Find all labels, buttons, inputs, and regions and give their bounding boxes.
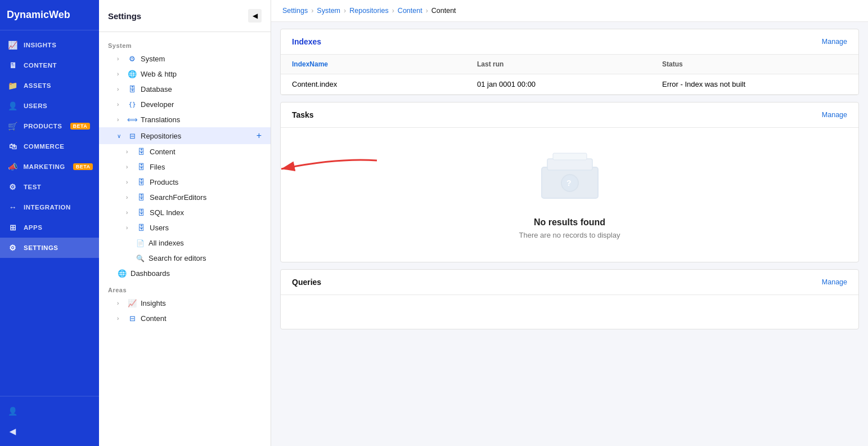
marketing-badge: BETA [73, 163, 93, 170]
chevron-right-icon: › [117, 71, 124, 77]
col-lastrun: Last run [477, 60, 662, 68]
col-indexname: IndexName [292, 60, 477, 68]
left-navigation: DynamicWeb 📈 INSIGHTS 🖥 CONTENT 📁 ASSETS… [0, 0, 99, 446]
content-area-icon: ⊟ [127, 314, 137, 323]
sidebar-item-products-repo[interactable]: › 🗄 Products [99, 175, 271, 190]
folder-icon: 📁 [8, 81, 18, 90]
breadcrumb-sep2: › [344, 7, 346, 15]
nav-item-collapse[interactable]: ◀ [0, 421, 99, 441]
breadcrumb-system[interactable]: System [317, 7, 340, 15]
sidebar-item-label-translations: Translations [141, 115, 262, 124]
tasks-section: Tasks Manage ? No results found There ar… [280, 102, 859, 262]
sidebar-item-content-repo[interactable]: › 🗄 Content [99, 144, 271, 159]
content-scroll-area: Indexes Manage IndexName Last run Status… [271, 22, 868, 446]
sidebar-item-database[interactable]: › 🗄 Database [99, 82, 271, 97]
sidebar-item-label-dashboards: Dashboards [131, 269, 262, 278]
sidebar-item-label-files-repo: Files [150, 163, 262, 171]
searchforeditors-repo-icon: 🗄 [136, 193, 146, 202]
nav-item-marketing[interactable]: 📣 MARKETING BETA [0, 157, 99, 177]
dashboards-icon: 🌐 [117, 269, 127, 278]
insights-area-icon: 📈 [127, 299, 137, 307]
integration-icon: ↔ [8, 203, 18, 212]
sidebar-item-insights-area[interactable]: › 📈 Insights [99, 296, 271, 311]
nav-item-users[interactable]: 👤 USERS [0, 96, 99, 116]
tasks-header: Tasks Manage [281, 102, 858, 128]
indexes-header: Indexes Manage [281, 29, 858, 55]
nav-item-settings[interactable]: ⚙ SETTINGS [0, 238, 99, 258]
no-results-container: ? No results found There are no records … [281, 128, 858, 262]
breadcrumb-repositories[interactable]: Repositories [349, 7, 388, 15]
sidebar-item-system[interactable]: › ⚙ System [99, 51, 271, 66]
sidebar-item-label-system: System [141, 55, 262, 63]
sidebar-item-webhttp[interactable]: › 🌐 Web & http [99, 66, 271, 82]
files-repo-icon: 🗄 [136, 163, 146, 171]
sidebar-item-repositories[interactable]: ∨ ⊟ Repositories + [99, 127, 271, 144]
products-badge: BETA [70, 123, 91, 130]
queries-manage-link[interactable]: Manage [822, 278, 847, 286]
chevron-right-icon: › [126, 225, 133, 231]
dev-icon: {} [127, 101, 137, 108]
sidebar-item-files-repo[interactable]: › 🗄 Files [99, 159, 271, 175]
nav-item-profile[interactable]: 👤 [0, 401, 99, 421]
nav-item-assets[interactable]: 📁 ASSETS [0, 75, 99, 96]
nav-label-content: CONTENT [24, 62, 57, 69]
no-results-title: No results found [534, 217, 605, 228]
breadcrumb-current: Content [431, 7, 456, 15]
sidebar-item-label-repositories: Repositories [141, 132, 253, 140]
indexes-manage-link[interactable]: Manage [822, 38, 847, 46]
settings-title: Settings [108, 11, 141, 21]
index-name: Content.index [292, 80, 477, 88]
repositories-icon: ⊟ [127, 132, 137, 140]
sidebar-item-content-area[interactable]: › ⊟ Content [99, 311, 271, 326]
breadcrumb-settings[interactable]: Settings [282, 7, 308, 15]
database-icon: 🗄 [127, 85, 137, 93]
section-label-system: System [99, 37, 271, 51]
sqlindex-repo-icon: 🗄 [136, 208, 146, 217]
users-repo-icon: 🗄 [136, 224, 146, 232]
system-gear-icon: ⚙ [127, 55, 137, 63]
sidebar-item-label-content-repo: Content [150, 148, 262, 156]
sidebar-scroll-area: System › ⚙ System › 🌐 Web & http › 🗄 Dat… [99, 32, 271, 446]
sidebar-item-label-sqlindex-repo: SQL Index [150, 208, 262, 217]
sidebar-item-label-searchforeditors2: Search for editors [149, 254, 262, 262]
breadcrumb-content-link[interactable]: Content [398, 7, 422, 15]
nav-item-integration[interactable]: ↔ INTEGRATION [0, 197, 99, 217]
no-results-sub: There are no records to display [519, 231, 620, 239]
sidebar-item-label-developer: Developer [141, 100, 262, 109]
sidebar-item-translations[interactable]: › ⟺ Translations [99, 112, 271, 127]
add-repository-button[interactable]: + [257, 131, 262, 141]
tasks-manage-link[interactable]: Manage [822, 111, 847, 119]
nav-item-test[interactable]: ⚙ TEST [0, 177, 99, 197]
sidebar-item-searchforeditors2[interactable]: 🔍 Search for editors [99, 251, 271, 266]
translations-icon: ⟺ [127, 115, 137, 124]
sidebar-item-users-repo[interactable]: › 🗄 Users [99, 220, 271, 235]
sidebar-item-allindexes[interactable]: 📄 All indexes [99, 235, 271, 251]
sidebar-item-sqlindex-repo[interactable]: › 🗄 SQL Index [99, 205, 271, 220]
main-content: Settings › System › Repositories › Conte… [271, 0, 868, 446]
nav-bottom: 👤 ◀ [0, 396, 99, 446]
sidebar-item-label-users-repo: Users [150, 224, 262, 232]
nav-item-products[interactable]: 🛒 PRODUCTS BETA [0, 116, 99, 136]
nav-item-apps[interactable]: ⊞ APPS [0, 217, 99, 238]
nav-label-commerce: COMMERCE [24, 143, 64, 150]
sidebar-item-label-products-repo: Products [150, 178, 262, 186]
sidebar-item-searchforeditors-repo[interactable]: › 🗄 SearchForEditors [99, 190, 271, 205]
app-logo: DynamicWeb [0, 0, 99, 30]
globe-icon: 🌐 [127, 70, 137, 78]
settings-icon: ⚙ [8, 243, 18, 252]
sidebar-item-developer[interactable]: › {} Developer [99, 97, 271, 112]
chevron-right-icon: › [126, 179, 133, 185]
sidebar-item-label-insights-area: Insights [141, 299, 262, 307]
nav-label-assets: ASSETS [24, 82, 51, 89]
collapse-sidebar-button[interactable]: ◀ [248, 9, 262, 23]
breadcrumb: Settings › System › Repositories › Conte… [271, 0, 868, 22]
chevron-right-icon: › [117, 86, 124, 92]
nav-item-content[interactable]: 🖥 CONTENT [0, 55, 99, 75]
nav-item-insights[interactable]: 📈 INSIGHTS [0, 35, 99, 55]
index-status: Error - Index was not built [662, 80, 847, 88]
nav-items: 📈 INSIGHTS 🖥 CONTENT 📁 ASSETS 👤 USERS 🛒 … [0, 30, 99, 396]
allindexes-icon: 📄 [135, 239, 145, 247]
svg-rect-1 [547, 159, 592, 170]
nav-item-commerce[interactable]: 🛍 COMMERCE [0, 136, 99, 157]
sidebar-item-dashboards[interactable]: 🌐 Dashboards [99, 266, 271, 281]
